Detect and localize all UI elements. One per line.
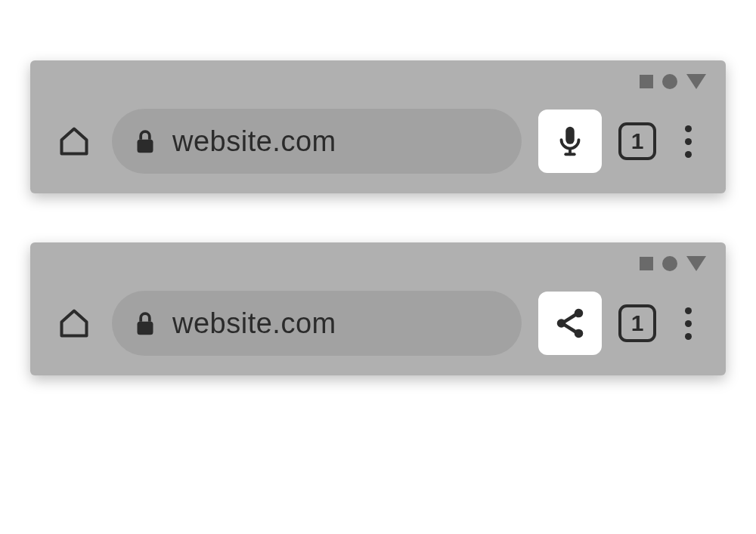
more-menu-icon — [685, 125, 692, 132]
toolbar-row: website.com 1 — [45, 109, 711, 174]
share-button[interactable] — [538, 292, 602, 355]
lock-icon — [135, 310, 156, 336]
svg-line-8 — [564, 315, 575, 323]
home-icon — [57, 307, 91, 340]
more-menu-icon — [685, 151, 692, 158]
tab-count: 1 — [631, 128, 644, 154]
more-menu-icon — [685, 320, 692, 327]
svg-rect-4 — [138, 322, 153, 335]
home-icon — [57, 125, 91, 158]
status-bar — [45, 71, 711, 92]
microphone-icon — [553, 124, 587, 159]
status-square-icon — [640, 257, 653, 270]
more-menu-icon — [685, 333, 692, 340]
status-triangle-icon — [686, 256, 706, 271]
home-button[interactable] — [53, 120, 95, 162]
toolbar-row: website.com 1 — [45, 291, 711, 356]
browser-toolbar: website.com 1 — [30, 60, 726, 193]
browser-toolbar: website.com 1 — [30, 242, 726, 375]
url-text: website.com — [172, 307, 336, 340]
status-circle-icon — [662, 74, 677, 89]
address-bar[interactable]: website.com — [112, 291, 522, 356]
svg-line-9 — [564, 325, 575, 332]
tab-count: 1 — [631, 310, 644, 336]
tab-switcher-button[interactable]: 1 — [618, 122, 656, 160]
more-menu-button[interactable] — [673, 125, 703, 158]
lock-icon — [135, 128, 156, 154]
status-triangle-icon — [686, 74, 706, 89]
status-bar — [45, 253, 711, 274]
more-menu-button[interactable] — [673, 307, 703, 340]
home-button[interactable] — [53, 302, 95, 344]
more-menu-icon — [685, 307, 692, 314]
url-text: website.com — [172, 125, 336, 158]
svg-rect-1 — [565, 127, 575, 144]
voice-search-button[interactable] — [538, 110, 602, 173]
status-square-icon — [640, 75, 653, 88]
more-menu-icon — [685, 138, 692, 145]
svg-rect-0 — [138, 140, 153, 153]
share-icon — [553, 306, 587, 341]
status-circle-icon — [662, 256, 677, 271]
address-bar[interactable]: website.com — [112, 109, 522, 174]
tab-switcher-button[interactable]: 1 — [618, 304, 656, 342]
